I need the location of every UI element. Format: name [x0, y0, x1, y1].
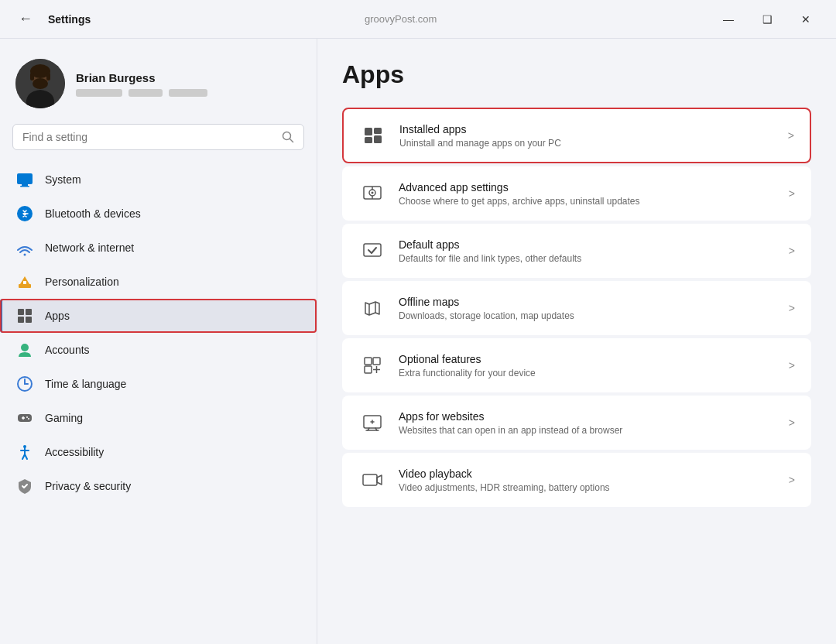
settings-item-apps-websites[interactable]: Apps for websites Websites that can open… — [342, 396, 811, 450]
sidebar-item-privacy[interactable]: Privacy & security — [0, 469, 317, 503]
chevron-icon: > — [789, 187, 795, 200]
minimize-button[interactable]: — — [711, 7, 746, 32]
svg-rect-4 — [46, 73, 50, 80]
svg-rect-47 — [373, 358, 380, 365]
sidebar-item-network[interactable]: Network & internet — [0, 231, 317, 265]
svg-rect-19 — [26, 317, 32, 323]
settings-list: Installed apps Uninstall and manage apps… — [342, 108, 811, 507]
chevron-icon: > — [789, 359, 795, 372]
user-name: Brian Burgess — [76, 71, 207, 84]
title-bar: ← Settings groovyPost.com — ❑ ✕ — [0, 0, 836, 39]
sidebar-label-accounts: Accounts — [45, 344, 90, 356]
optional-features-title: Optional features — [399, 353, 776, 365]
sidebar-item-bluetooth[interactable]: Bluetooth & devices — [0, 197, 317, 231]
sidebar-item-personalization[interactable]: Personalization — [0, 265, 317, 299]
svg-point-5 — [33, 78, 48, 89]
time-icon — [15, 375, 34, 393]
network-icon — [15, 238, 34, 257]
svg-rect-53 — [363, 474, 377, 485]
sidebar-label-network: Network & internet — [45, 242, 134, 254]
sidebar-label-apps: Apps — [45, 310, 70, 322]
sidebar-label-privacy: Privacy & security — [45, 480, 131, 492]
sidebar-label-bluetooth: Bluetooth & devices — [45, 207, 141, 220]
svg-rect-15 — [23, 281, 26, 284]
search-container — [0, 124, 317, 163]
chevron-icon: > — [789, 302, 795, 314]
svg-rect-3 — [30, 73, 34, 80]
search-input[interactable] — [22, 131, 276, 143]
svg-line-8 — [290, 139, 293, 142]
installed-apps-icon — [359, 122, 387, 149]
gaming-icon — [15, 409, 34, 427]
installed-apps-text: Installed apps Uninstall and manage apps… — [399, 123, 776, 149]
settings-item-video-playback[interactable]: Video playback Video adjustments, HDR st… — [342, 453, 811, 507]
svg-rect-43 — [364, 244, 381, 256]
close-button[interactable]: ✕ — [788, 7, 824, 32]
sidebar-item-system[interactable]: System — [0, 163, 317, 197]
watermark: groovyPost.com — [365, 13, 437, 25]
settings-item-default-apps[interactable]: Default apps Defaults for file and link … — [342, 224, 811, 278]
sidebar-label-personalization: Personalization — [45, 276, 119, 288]
svg-line-33 — [25, 454, 27, 459]
svg-point-28 — [28, 418, 29, 420]
search-box[interactable] — [12, 124, 304, 150]
advanced-app-title: Advanced app settings — [399, 181, 776, 194]
installed-apps-title: Installed apps — [399, 123, 776, 135]
default-apps-desc: Defaults for file and link types, other … — [399, 253, 776, 264]
svg-rect-9 — [17, 173, 33, 184]
svg-rect-37 — [374, 135, 382, 143]
optional-features-text: Optional features Extra functionality fo… — [399, 353, 776, 379]
settings-item-installed-apps[interactable]: Installed apps Uninstall and manage apps… — [342, 108, 811, 163]
optional-features-desc: Extra functionality for your device — [399, 368, 776, 379]
offline-maps-title: Offline maps — [399, 296, 776, 308]
svg-rect-16 — [18, 309, 24, 315]
apps-websites-icon — [358, 409, 386, 437]
svg-rect-48 — [365, 366, 372, 373]
sidebar-item-apps[interactable]: Apps — [0, 299, 317, 333]
settings-item-advanced-app[interactable]: Advanced app settings Choose where to ge… — [342, 166, 811, 221]
sidebar-item-gaming[interactable]: Gaming — [0, 401, 317, 435]
svg-point-20 — [21, 344, 29, 351]
video-playback-title: Video playback — [399, 468, 776, 480]
apps-websites-desc: Websites that can open in an app instead… — [399, 425, 776, 436]
svg-rect-18 — [18, 317, 24, 323]
sidebar-item-accounts[interactable]: Accounts — [0, 333, 317, 367]
installed-apps-desc: Uninstall and manage apps on your PC — [399, 138, 776, 149]
main-container: Brian Burgess — [0, 39, 836, 644]
svg-rect-14 — [19, 284, 31, 288]
chevron-icon: > — [789, 245, 795, 257]
settings-item-optional-features[interactable]: Optional features Extra functionality fo… — [342, 338, 811, 392]
sidebar-item-accessibility[interactable]: Accessibility — [0, 435, 317, 469]
svg-rect-11 — [20, 186, 29, 187]
video-playback-text: Video playback Video adjustments, HDR st… — [399, 468, 776, 493]
page-title: Apps — [342, 60, 811, 89]
sidebar-item-time[interactable]: Time & language — [0, 367, 317, 401]
user-details — [76, 89, 207, 97]
back-button[interactable]: ← — [12, 8, 39, 30]
apps-websites-text: Apps for websites Websites that can open… — [399, 410, 776, 436]
apps-icon — [15, 307, 34, 325]
svg-point-27 — [26, 416, 28, 418]
default-apps-text: Default apps Defaults for file and link … — [399, 238, 776, 264]
advanced-app-desc: Choose where to get apps, archive apps, … — [399, 196, 776, 207]
maximize-button[interactable]: ❑ — [749, 7, 785, 32]
apps-websites-title: Apps for websites — [399, 410, 776, 423]
settings-item-offline-maps[interactable]: Offline maps Downloads, storage location… — [342, 281, 811, 335]
svg-rect-46 — [365, 358, 372, 365]
chevron-icon: > — [788, 129, 794, 142]
sidebar-label-accessibility: Accessibility — [45, 446, 104, 458]
user-info: Brian Burgess — [76, 71, 207, 97]
content-area: Apps Installed apps Uninstall and manage… — [317, 39, 836, 644]
user-detail-bar-2 — [128, 89, 163, 97]
chevron-icon: > — [789, 474, 795, 486]
user-profile[interactable]: Brian Burgess — [0, 51, 317, 124]
svg-rect-35 — [365, 137, 372, 143]
personalization-icon — [15, 272, 34, 291]
sidebar-label-system: System — [45, 173, 81, 186]
accessibility-icon — [15, 443, 34, 461]
bluetooth-icon — [15, 204, 34, 223]
optional-features-icon — [358, 351, 386, 379]
accounts-icon — [15, 341, 34, 359]
svg-point-40 — [372, 192, 374, 194]
video-playback-desc: Video adjustments, HDR streaming, batter… — [399, 482, 776, 493]
